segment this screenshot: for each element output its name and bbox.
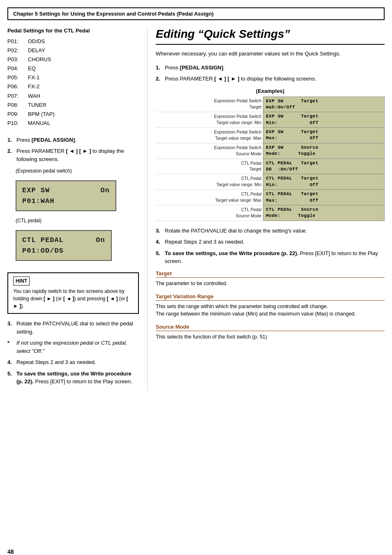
pedal-name: BPM (TAP) [28, 110, 55, 119]
pedal-name: DELAY [28, 46, 45, 55]
chapter-header: Chapter 5 Settings for Using the Express… [7, 7, 385, 20]
pedal-code: P06: [7, 82, 24, 91]
examples-table: Expression Pedal SwitchTarget EXP SW Tar… [156, 97, 385, 221]
target-section-title: Target [156, 270, 385, 278]
list-item: P04:EQ [7, 64, 139, 73]
editing-title: Editing “Quick Settings” [156, 28, 385, 45]
target-variation-section: Target Variation Range This sets the ran… [156, 293, 385, 318]
sub-ctl-label: (CTL pedal) [16, 218, 139, 223]
example-label: CTL PedalTarget [156, 159, 263, 174]
examples-label: (Examples) [156, 88, 385, 94]
step-text: Repeat Steps 2 and 3 as needed. [165, 238, 385, 246]
step-text: Rotate the PATCH/VALUE dial to select th… [16, 320, 139, 336]
left-steps-2: 3. Rotate the PATCH/VALUE dial to select… [7, 320, 139, 386]
table-row: Expression Pedal SwitchSource Mode EXP S… [156, 143, 385, 159]
list-item: P10:MANUAL [7, 119, 139, 128]
list-item: P09:BPM (TAP) [7, 110, 139, 119]
pedal-code: P03: [7, 55, 24, 64]
example-label: CTL PedalTarget value range: Min [156, 174, 263, 190]
lcd-exp-display: EXP SW OnP01:WAH [16, 180, 116, 211]
example-lcd: EXP SW TargetWah:On/Off [263, 97, 385, 112]
step-text: Rotate the PATCH/VALUE dial to change th… [165, 227, 385, 235]
list-item: P06:FX-2 [7, 82, 139, 91]
list-item: P07:WAH [7, 92, 139, 101]
step-item: 2. Press PARAMETER [ ◄ ] [ ► ] to displa… [156, 75, 385, 83]
step-item: 3. Rotate the PATCH/VALUE dial to select… [7, 320, 139, 336]
table-row: CTL PedalTarget value range: Max CTL PED… [156, 190, 385, 205]
pedal-code: P02: [7, 46, 24, 55]
step-item: 5. To save the settings, use the Write p… [156, 249, 385, 265]
pedal-name: CHORUS [28, 55, 51, 64]
left-steps-1: 1. Press [PEDAL ASSIGN]. 2. Press PARAME… [7, 136, 139, 164]
hint-label: HINT [13, 276, 30, 286]
source-mode-title: Source Mode [156, 324, 385, 331]
step-text: If not using the expression pedal or CTL… [16, 339, 139, 355]
step-number: 1. [156, 64, 162, 72]
target-section-body: The parameter to be controlled. [156, 280, 385, 288]
step-item: 5. To save the settings, use the Write p… [7, 370, 139, 386]
right-steps-1: 1. Press [PEDAL ASSIGN]. 2. Press PARAME… [156, 64, 385, 83]
example-label: CTL PedalTarget value range: Max [156, 190, 263, 205]
step-number: 5. [156, 249, 162, 265]
pedal-code: P07: [7, 92, 24, 101]
step-item: 1. Press [PEDAL ASSIGN]. [7, 136, 139, 144]
step-item: * If not using the expression pedal or C… [7, 339, 139, 355]
step-item: 4. Repeat Steps 2 and 3 as needed. [7, 358, 139, 366]
source-mode-section: Source Mode This selects the function of… [156, 324, 385, 341]
step-text: Press [PEDAL ASSIGN]. [16, 136, 139, 144]
example-lcd: EXP SW TargetMin: Off [263, 112, 385, 128]
step-text: To save the settings, use the Write proc… [165, 249, 385, 265]
pedal-list: P01:OD/DS P02:DELAY P03:CHORUS P04:EQ P0… [7, 37, 139, 128]
pedal-name: WAH [28, 92, 40, 101]
step-number: 2. [156, 75, 162, 83]
sub-exp-label: (Expression pedal switch) [16, 168, 139, 174]
example-lcd: CTL PEDAL SourceMode: Toggle [263, 205, 385, 221]
step-text: To save the settings, use the Write proc… [16, 370, 139, 386]
step-item: 4. Repeat Steps 2 and 3 as needed. [156, 238, 385, 246]
list-item: P02:DELAY [7, 46, 139, 55]
pedal-section-title: Pedal Settings for the CTL Pedal [7, 28, 139, 34]
example-label: CTL PedalSource Mode [156, 205, 263, 221]
pedal-code: P09: [7, 110, 24, 119]
list-item: P08:TUNER [7, 101, 139, 110]
pedal-code: P05: [7, 73, 24, 82]
table-row: CTL PedalTarget CTL PEDAL TargetDD :On/O… [156, 159, 385, 174]
pedal-name: FX-2 [28, 82, 39, 91]
example-label: Expression Pedal SwitchTarget value rang… [156, 112, 263, 128]
lcd-ctl-display: CTL PEDAL OnP01:OD/DS [16, 230, 112, 261]
example-lcd: CTL PEDAL TargetMin: Off [263, 174, 385, 190]
list-item: P05:FX-1 [7, 73, 139, 82]
pedal-name: OD/DS [28, 37, 45, 46]
step-text: Repeat Steps 2 and 3 as needed. [16, 358, 139, 366]
pedal-name: EQ [28, 64, 36, 73]
step-number: 3. [7, 320, 14, 336]
table-row: Expression Pedal SwitchTarget EXP SW Tar… [156, 97, 385, 112]
list-item: P03:CHORUS [7, 55, 139, 64]
step-number: 5. [7, 370, 14, 386]
page-number: 48 [7, 548, 14, 555]
example-label: Expression Pedal SwitchTarget value rang… [156, 128, 263, 143]
pedal-code: P04: [7, 64, 24, 73]
table-row: Expression Pedal SwitchTarget value rang… [156, 128, 385, 143]
example-lcd: EXP SW SourceMode: Toggle [263, 143, 385, 159]
intro-text: Whenever necessary, you can edit paramet… [156, 50, 385, 58]
table-row: CTL PedalTarget value range: Min CTL PED… [156, 174, 385, 190]
pedal-name: MANUAL [28, 119, 50, 128]
pedal-code: P08: [7, 101, 24, 110]
step-number: 2. [7, 147, 14, 163]
step-number: 4. [7, 358, 14, 366]
example-label: Expression Pedal SwitchSource Mode [156, 143, 263, 159]
example-lcd: EXP SW TargetMax: Off [263, 128, 385, 143]
source-mode-body: This selects the function of the foot sw… [156, 333, 385, 341]
step-number: 4. [156, 238, 162, 246]
target-variation-body: This sets the range within which the par… [156, 303, 385, 318]
step-number: 1. [7, 136, 14, 144]
step-text: Press PARAMETER [ ◄ ] [ ► ] to display t… [165, 75, 385, 83]
pedal-code: P01: [7, 37, 24, 46]
pedal-code: P10: [7, 119, 24, 128]
example-label: Expression Pedal SwitchTarget [156, 97, 263, 112]
list-item: P01:OD/DS [7, 37, 139, 46]
right-column: Editing “Quick Settings” Whenever necess… [147, 28, 385, 391]
step-item: 2. Press PARAMETER [ ◄ ] [ ► ] to displa… [7, 147, 139, 163]
hint-text: You can rapidly switch to the two screen… [13, 288, 133, 310]
